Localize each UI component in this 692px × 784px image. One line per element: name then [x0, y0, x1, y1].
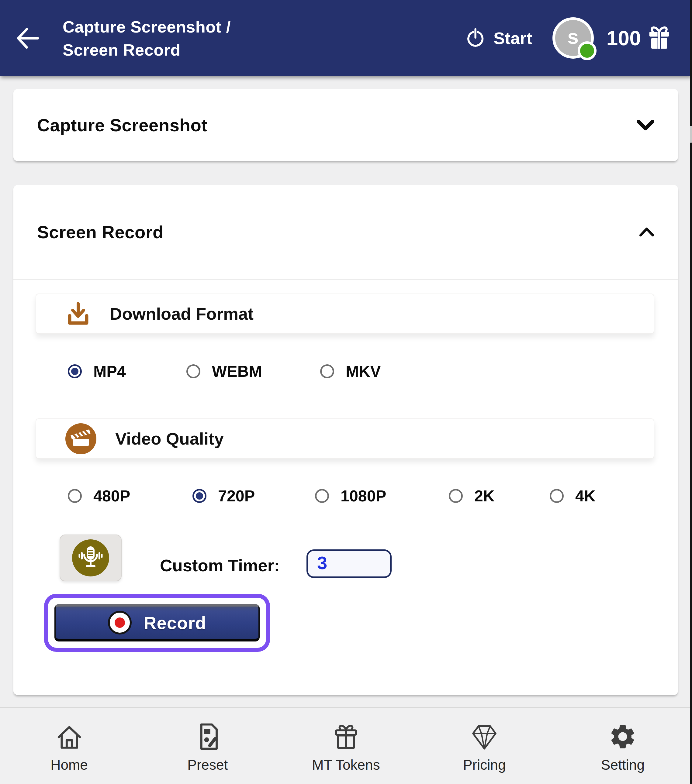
gift-outline-icon	[330, 721, 362, 753]
scrollbar-thumb[interactable]	[690, 126, 692, 143]
bottom-tab-bar: Home Preset	[0, 707, 692, 784]
start-label: Start	[494, 28, 532, 48]
radio-circle	[550, 489, 564, 503]
gift-icon	[645, 23, 673, 53]
radio-circle	[68, 489, 82, 503]
tab-setting-label: Setting	[601, 757, 644, 773]
token-count: 100	[606, 26, 641, 50]
radio-720p[interactable]: 720P	[192, 485, 255, 507]
tab-preset[interactable]: Preset	[138, 708, 277, 784]
chevron-down-icon	[637, 119, 654, 131]
custom-timer-input[interactable]	[307, 549, 391, 578]
tab-pricing[interactable]: Pricing	[415, 708, 554, 784]
download-format-label: Download Format	[110, 304, 254, 324]
navbar-actions: Start s 100	[466, 0, 673, 76]
back-arrow-icon	[13, 24, 43, 53]
home-icon	[53, 721, 85, 753]
tab-pricing-label: Pricing	[463, 757, 506, 773]
token-counter[interactable]: 100	[606, 23, 673, 53]
download-format-section: Download Format	[36, 293, 654, 334]
radio-1080p-label: 1080P	[340, 487, 386, 505]
video-quality-label: Video Quality	[115, 429, 224, 448]
download-icon	[65, 301, 91, 327]
radio-circle	[320, 364, 334, 378]
capture-screenshot-header[interactable]: Capture Screenshot	[13, 89, 678, 161]
tab-mt-tokens[interactable]: MT Tokens	[277, 708, 415, 784]
capture-screenshot-title: Capture Screenshot	[37, 115, 207, 135]
radio-4k[interactable]: 4K	[550, 485, 595, 507]
screen-record-title: Screen Record	[37, 222, 164, 242]
radio-circle	[187, 364, 200, 378]
microphone-toggle[interactable]	[59, 535, 122, 581]
record-dot-icon	[108, 611, 132, 634]
power-icon	[466, 27, 487, 49]
custom-timer-label: Custom Timer:	[160, 555, 280, 575]
chevron-up-icon	[639, 226, 654, 238]
start-button[interactable]: Start	[466, 27, 532, 49]
radio-webm[interactable]: WEBM	[187, 361, 262, 382]
screen-record-header[interactable]: Screen Record	[13, 185, 678, 280]
radio-4k-label: 4K	[575, 487, 595, 505]
radio-mkv-label: MKV	[346, 362, 381, 380]
screen-record-card: Screen Record Download Format MP4	[13, 185, 678, 695]
page-title-line2: Screen Record	[63, 38, 231, 61]
gear-icon	[608, 721, 637, 753]
page-title-line1: Capture Screenshot /	[63, 15, 231, 38]
radio-2k-label: 2K	[474, 487, 494, 505]
avatar-letter: s	[567, 27, 579, 47]
radio-circle	[315, 489, 329, 503]
top-navbar: Capture Screenshot / Screen Record Start…	[0, 0, 692, 76]
video-quality-section: Video Quality	[36, 418, 654, 459]
tab-mt-tokens-label: MT Tokens	[312, 757, 380, 773]
tab-home-label: Home	[51, 757, 88, 773]
radio-mp4[interactable]: MP4	[68, 361, 126, 382]
document-edit-icon	[192, 721, 223, 753]
diamond-icon	[469, 721, 500, 753]
record-button-label: Record	[144, 613, 206, 633]
page-title: Capture Screenshot / Screen Record	[63, 15, 231, 61]
radio-mkv[interactable]: MKV	[320, 361, 381, 382]
clapperboard-icon	[65, 423, 96, 454]
radio-mp4-label: MP4	[93, 362, 126, 380]
record-button-highlight: Record	[44, 594, 270, 652]
radio-circle	[449, 489, 463, 503]
radio-720p-label: 720P	[218, 487, 255, 505]
app-screen: Capture Screenshot / Screen Record Start…	[0, 0, 692, 784]
avatar[interactable]: s	[552, 17, 594, 59]
microphone-icon	[72, 539, 109, 577]
radio-480p-label: 480P	[93, 487, 130, 505]
tab-preset-label: Preset	[187, 757, 228, 773]
online-status-dot	[578, 41, 596, 60]
tab-home[interactable]: Home	[0, 708, 138, 784]
radio-circle	[68, 364, 82, 378]
radio-480p[interactable]: 480P	[68, 485, 130, 507]
radio-2k[interactable]: 2K	[449, 485, 494, 507]
radio-circle	[192, 489, 206, 503]
back-button[interactable]	[13, 24, 43, 53]
window-edge-strip	[690, 0, 692, 784]
record-button-frame: Record	[48, 598, 266, 648]
record-button[interactable]: Record	[55, 604, 260, 641]
capture-screenshot-card: Capture Screenshot	[13, 89, 678, 161]
tab-setting[interactable]: Setting	[554, 708, 692, 784]
radio-1080p[interactable]: 1080P	[315, 485, 386, 507]
radio-webm-label: WEBM	[212, 362, 262, 380]
